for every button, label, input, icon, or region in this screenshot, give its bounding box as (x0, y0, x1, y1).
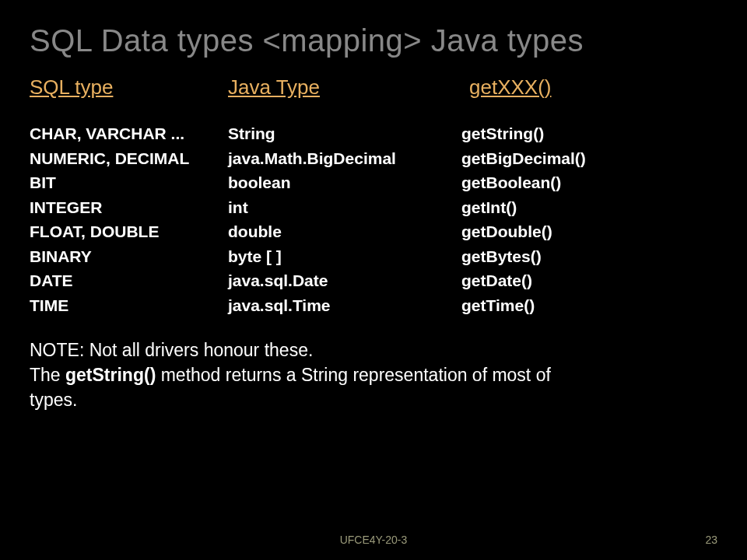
note-line1: NOTE: Not all drivers honour these. (30, 338, 717, 362)
cell-method: getString() (461, 121, 717, 146)
cell-java: boolean (228, 170, 461, 195)
footer-text: UFCE4Y-20-3 (340, 534, 408, 546)
header-getxxx: getXXX() (469, 75, 717, 100)
cell-method: getBoolean() (461, 170, 717, 195)
cell-java: String (228, 121, 461, 146)
table-row: BIT boolean getBoolean() (30, 170, 717, 195)
table-row: DATE java.sql.Date getDate() (30, 268, 717, 293)
cell-method: getDate() (461, 268, 717, 293)
table-row: FLOAT, DOUBLE double getDouble() (30, 219, 717, 244)
cell-java: java.sql.Time (228, 293, 461, 318)
cell-method: getBytes() (461, 244, 717, 269)
cell-java: double (228, 219, 461, 244)
table-row: NUMERIC, DECIMAL java.Math.BigDecimal ge… (30, 146, 717, 171)
cell-java: java.sql.Date (228, 268, 461, 293)
cell-java: int (228, 195, 461, 220)
note-line2: The getString() method returns a String … (30, 362, 717, 387)
table-row: CHAR, VARCHAR ... String getString() (30, 121, 717, 146)
table-row: TIME java.sql.Time getTime() (30, 293, 717, 318)
note-line2-suffix: method returns a String representation o… (156, 365, 551, 385)
table-row: INTEGER int getInt() (30, 195, 717, 220)
cell-sql: INTEGER (30, 195, 228, 220)
header-java-type: Java Type (228, 75, 469, 100)
cell-sql: FLOAT, DOUBLE (30, 219, 228, 244)
header-sql-type: SQL type (30, 75, 228, 100)
cell-java: java.Math.BigDecimal (228, 146, 461, 171)
note-line3: types. (30, 387, 717, 412)
note-line2-prefix: The (30, 365, 65, 385)
slide-footer: UFCE4Y-20-3 (0, 534, 747, 546)
cell-sql: TIME (30, 293, 228, 318)
cell-sql: CHAR, VARCHAR ... (30, 121, 228, 146)
mapping-table: CHAR, VARCHAR ... String getString() NUM… (30, 121, 717, 317)
cell-sql: BIT (30, 170, 228, 195)
table-row: BINARY byte [ ] getBytes() (30, 244, 717, 269)
column-headers: SQL type Java Type getXXX() (30, 75, 717, 100)
cell-sql: DATE (30, 268, 228, 293)
slide-title: SQL Data types <mapping> Java types (30, 23, 717, 58)
cell-method: getTime() (461, 293, 717, 318)
cell-java: byte [ ] (228, 244, 461, 269)
cell-sql: NUMERIC, DECIMAL (30, 146, 228, 171)
cell-method: getDouble() (461, 219, 717, 244)
cell-method: getBigDecimal() (461, 146, 717, 171)
slide-number: 23 (705, 534, 717, 546)
cell-method: getInt() (461, 195, 717, 220)
cell-sql: BINARY (30, 244, 228, 269)
note-text: NOTE: Not all drivers honour these. The … (30, 338, 717, 413)
note-line2-bold: getString() (65, 365, 156, 385)
